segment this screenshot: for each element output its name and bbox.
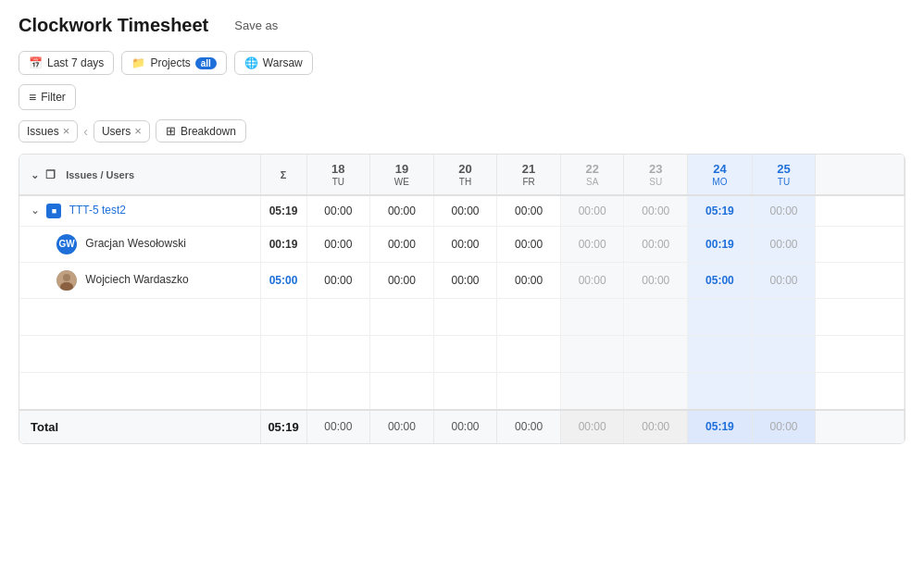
- user-gracjan-name: Gracjan Wesołowski: [85, 237, 185, 250]
- user-gracjan-day-22: 00:00: [560, 227, 624, 263]
- timesheet-table: ⌄ ❐ Issues / Users Σ 18TU 19WE 20TH 21FR…: [19, 155, 905, 443]
- issue-day-19[interactable]: 00:00: [370, 195, 434, 227]
- col-header-21: 21FR: [497, 155, 561, 195]
- globe-icon: 🌐: [244, 56, 258, 69]
- total-day-25: 00:00: [752, 410, 816, 443]
- total-day-24: 05:19: [688, 410, 753, 443]
- user-wojciech-day-25[interactable]: 00:00: [752, 263, 816, 299]
- user-gracjan-cell: GW Gracjan Wesołowski: [19, 227, 260, 263]
- timesheet-table-wrapper: ⌄ ❐ Issues / Users Σ 18TU 19WE 20TH 21FR…: [19, 154, 905, 444]
- total-day-20: 00:00: [433, 410, 497, 443]
- issues-tag-label: Issues: [27, 125, 59, 138]
- filter-button[interactable]: ≡ Filter: [19, 84, 76, 110]
- users-tag-close[interactable]: ×: [134, 125, 142, 137]
- col-header-24: 24MO: [688, 155, 753, 195]
- issue-group-cell: ⌄ ■ TTT-5 test2: [19, 195, 260, 227]
- row-collapse-icon[interactable]: ⌄: [31, 204, 40, 217]
- table-header-row: ⌄ ❐ Issues / Users Σ 18TU 19WE 20TH 21FR…: [19, 155, 905, 195]
- total-extra: [816, 410, 905, 443]
- user-row-wojciech: Wojciech Wardaszko 05:00 00:00 00:00 00:…: [19, 263, 905, 299]
- total-day-18: 00:00: [306, 410, 370, 443]
- issue-day-18[interactable]: 00:00: [306, 195, 370, 227]
- timezone-label: Warsaw: [263, 56, 303, 69]
- user-wojciech-extra: [816, 263, 905, 299]
- col-header-22: 22SA: [560, 155, 624, 195]
- header: Clockwork Timesheet Save as: [19, 15, 905, 36]
- users-tag-label: Users: [102, 125, 131, 138]
- user-wojciech-day-22: 00:00: [560, 263, 624, 299]
- breakdown-label: Breakdown: [181, 125, 236, 138]
- issue-day-21[interactable]: 00:00: [497, 195, 561, 227]
- issue-day-20[interactable]: 00:00: [433, 195, 497, 227]
- filter-label: Filter: [41, 91, 66, 104]
- user-wojciech-name: Wojciech Wardaszko: [85, 273, 188, 286]
- avatar-gracjan: GW: [56, 234, 77, 254]
- user-wojciech-day-18[interactable]: 00:00: [306, 263, 370, 299]
- tags-row: Issues × ‹ Users × ⊞ Breakdown: [19, 119, 905, 142]
- empty-row-2: [19, 336, 905, 373]
- col-header-sum: Σ: [260, 155, 306, 195]
- user-wojciech-day-21[interactable]: 00:00: [497, 263, 561, 299]
- users-tag: Users ×: [94, 120, 150, 142]
- issues-tag: Issues ×: [19, 120, 78, 142]
- col-header-25: 25TU: [752, 155, 816, 195]
- issue-day-23: 00:00: [624, 195, 688, 227]
- period-button[interactable]: 📅 Last 7 days: [19, 51, 114, 75]
- col-header-20: 20TH: [433, 155, 497, 195]
- issue-type-icon: ■: [46, 204, 61, 218]
- issue-group-row: ⌄ ■ TTT-5 test2 05:19 00:00 00:00 00:00 …: [19, 195, 905, 227]
- total-sum: 05:19: [260, 410, 306, 443]
- issue-day-extra: [816, 195, 905, 227]
- total-day-19: 00:00: [370, 410, 434, 443]
- issue-key-link[interactable]: TTT-5 test2: [69, 204, 126, 217]
- filter-row: ≡ Filter: [19, 84, 905, 110]
- col-header-extra: [816, 155, 905, 195]
- expand-all-icon[interactable]: ⌄: [31, 169, 39, 180]
- user-gracjan-day-24[interactable]: 00:19: [688, 227, 753, 263]
- empty-row-3: [19, 373, 905, 410]
- col-header-23: 23SU: [624, 155, 688, 195]
- fullscreen-icon[interactable]: ❐: [45, 168, 56, 181]
- period-label: Last 7 days: [47, 56, 104, 69]
- calendar-icon: 📅: [29, 56, 43, 69]
- projects-button[interactable]: 📁 Projects all: [121, 51, 226, 75]
- user-gracjan-day-21[interactable]: 00:00: [497, 227, 561, 263]
- user-gracjan-day-20[interactable]: 00:00: [433, 227, 497, 263]
- toolbar: 📅 Last 7 days 📁 Projects all 🌐 Warsaw: [19, 51, 905, 75]
- total-day-21: 00:00: [497, 410, 561, 443]
- avatar-wojciech-svg: [56, 270, 77, 291]
- col-header-19: 19WE: [370, 155, 434, 195]
- user-row-gracjan: GW Gracjan Wesołowski 00:19 00:00 00:00 …: [19, 227, 905, 263]
- folder-icon: 📁: [131, 56, 145, 69]
- issue-day-22: 00:00: [560, 195, 624, 227]
- user-gracjan-day-25[interactable]: 00:00: [752, 227, 816, 263]
- col-header-issues: ⌄ ❐ Issues / Users: [19, 155, 260, 195]
- user-wojciech-day-23: 00:00: [624, 263, 688, 299]
- issues-tag-close[interactable]: ×: [63, 125, 70, 137]
- total-day-23: 00:00: [624, 410, 688, 443]
- user-gracjan-day-18[interactable]: 00:00: [306, 227, 370, 263]
- user-wojciech-sum: 05:00: [260, 263, 306, 299]
- total-row: Total 05:19 00:00 00:00 00:00 00:00 00:0…: [19, 410, 905, 443]
- user-gracjan-day-19[interactable]: 00:00: [370, 227, 434, 263]
- user-wojciech-day-20[interactable]: 00:00: [433, 263, 497, 299]
- avatar-wojciech: [56, 270, 77, 291]
- filter-icon: ≡: [29, 90, 36, 105]
- user-wojciech-cell: Wojciech Wardaszko: [19, 263, 260, 299]
- user-wojciech-day-24[interactable]: 05:00: [688, 263, 753, 299]
- app-container: Clockwork Timesheet Save as 📅 Last 7 day…: [0, 0, 924, 459]
- breakdown-button[interactable]: ⊞ Breakdown: [156, 119, 246, 142]
- user-gracjan-day-23: 00:00: [624, 227, 688, 263]
- save-as-button[interactable]: Save as: [227, 15, 285, 36]
- issue-day-24[interactable]: 05:19: [688, 195, 753, 227]
- user-wojciech-day-19[interactable]: 00:00: [370, 263, 434, 299]
- projects-badge: all: [195, 57, 217, 69]
- projects-label: Projects: [150, 56, 190, 69]
- empty-row-1: [19, 299, 905, 336]
- total-day-22: 00:00: [560, 410, 624, 443]
- app-title: Clockwork Timesheet: [19, 15, 208, 36]
- total-label: Total: [19, 410, 260, 443]
- timezone-button[interactable]: 🌐 Warsaw: [234, 51, 313, 75]
- issue-day-25[interactable]: 00:00: [752, 195, 816, 227]
- tag-separator-icon: ‹: [83, 124, 88, 139]
